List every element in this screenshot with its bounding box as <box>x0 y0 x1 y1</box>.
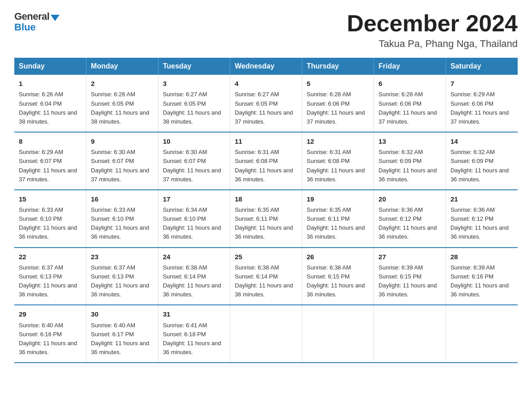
table-row: 18Sunrise: 6:35 AMSunset: 6:11 PMDayligh… <box>230 190 302 248</box>
day-number: 12 <box>307 136 369 146</box>
table-row <box>446 305 518 363</box>
day-number: 25 <box>235 252 297 262</box>
day-number: 14 <box>450 136 513 146</box>
day-number: 27 <box>378 252 441 262</box>
day-info: Sunrise: 6:35 AMSunset: 6:11 PMDaylight:… <box>235 206 297 242</box>
day-info: Sunrise: 6:32 AMSunset: 6:09 PMDaylight:… <box>450 148 513 184</box>
day-number: 18 <box>235 194 297 204</box>
table-row: 2Sunrise: 6:26 AMSunset: 6:05 PMDaylight… <box>86 75 159 132</box>
table-row: 1Sunrise: 6:26 AMSunset: 6:04 PMDaylight… <box>14 75 86 132</box>
logo-blue-text: Blue <box>14 21 36 33</box>
day-number: 11 <box>235 136 297 146</box>
col-tuesday: Tuesday <box>158 58 230 75</box>
day-info: Sunrise: 6:26 AMSunset: 6:04 PMDaylight:… <box>19 90 82 126</box>
table-row: 28Sunrise: 6:39 AMSunset: 6:16 PMDayligh… <box>446 248 518 305</box>
day-number: 29 <box>19 309 82 319</box>
month-year-title: December 2024 <box>347 11 518 36</box>
table-row: 30Sunrise: 6:40 AMSunset: 6:17 PMDayligh… <box>86 305 159 363</box>
table-row: 20Sunrise: 6:36 AMSunset: 6:12 PMDayligh… <box>374 190 446 248</box>
day-number: 23 <box>91 252 154 262</box>
col-sunday: Sunday <box>14 58 86 75</box>
day-info: Sunrise: 6:38 AMSunset: 6:14 PMDaylight:… <box>235 263 297 300</box>
calendar-week-row: 1Sunrise: 6:26 AMSunset: 6:04 PMDaylight… <box>14 75 518 132</box>
logo-general-text: General <box>14 11 49 22</box>
table-row: 13Sunrise: 6:32 AMSunset: 6:09 PMDayligh… <box>374 132 446 190</box>
page-header: General Blue December 2024 Takua Pa, Pha… <box>14 11 518 50</box>
day-number: 9 <box>91 136 154 146</box>
table-row: 5Sunrise: 6:28 AMSunset: 6:06 PMDaylight… <box>302 75 374 132</box>
calendar-week-row: 8Sunrise: 6:29 AMSunset: 6:07 PMDaylight… <box>14 132 518 190</box>
table-row <box>230 305 302 363</box>
table-row: 23Sunrise: 6:37 AMSunset: 6:13 PMDayligh… <box>86 248 159 305</box>
day-number: 4 <box>235 78 297 89</box>
day-number: 2 <box>91 78 154 89</box>
day-info: Sunrise: 6:29 AMSunset: 6:06 PMDaylight:… <box>450 90 513 126</box>
logo: General Blue <box>14 11 60 33</box>
col-friday: Friday <box>374 58 446 75</box>
title-section: December 2024 Takua Pa, Phang Nga, Thail… <box>347 11 518 50</box>
table-row: 19Sunrise: 6:35 AMSunset: 6:11 PMDayligh… <box>302 190 374 248</box>
day-info: Sunrise: 6:38 AMSunset: 6:15 PMDaylight:… <box>307 263 369 300</box>
day-info: Sunrise: 6:27 AMSunset: 6:05 PMDaylight:… <box>163 90 226 126</box>
table-row: 4Sunrise: 6:27 AMSunset: 6:05 PMDaylight… <box>230 75 302 132</box>
day-info: Sunrise: 6:39 AMSunset: 6:16 PMDaylight:… <box>450 263 513 300</box>
col-thursday: Thursday <box>302 58 374 75</box>
day-number: 13 <box>378 136 441 146</box>
day-number: 30 <box>91 309 154 319</box>
day-info: Sunrise: 6:38 AMSunset: 6:14 PMDaylight:… <box>163 263 226 300</box>
calendar-week-row: 22Sunrise: 6:37 AMSunset: 6:13 PMDayligh… <box>14 248 518 305</box>
table-row: 8Sunrise: 6:29 AMSunset: 6:07 PMDaylight… <box>14 132 86 190</box>
table-row: 3Sunrise: 6:27 AMSunset: 6:05 PMDaylight… <box>158 75 230 132</box>
calendar-header-row: Sunday Monday Tuesday Wednesday Thursday… <box>14 58 518 75</box>
day-number: 8 <box>19 136 82 146</box>
day-number: 16 <box>91 194 154 204</box>
day-info: Sunrise: 6:26 AMSunset: 6:05 PMDaylight:… <box>91 90 154 126</box>
day-number: 24 <box>163 252 226 262</box>
day-info: Sunrise: 6:40 AMSunset: 6:16 PMDaylight:… <box>19 321 82 357</box>
day-info: Sunrise: 6:33 AMSunset: 6:10 PMDaylight:… <box>19 206 82 242</box>
day-info: Sunrise: 6:36 AMSunset: 6:12 PMDaylight:… <box>378 206 441 242</box>
day-info: Sunrise: 6:30 AMSunset: 6:07 PMDaylight:… <box>163 148 226 184</box>
day-info: Sunrise: 6:34 AMSunset: 6:10 PMDaylight:… <box>163 206 226 242</box>
day-number: 1 <box>19 78 82 89</box>
day-number: 10 <box>163 136 226 146</box>
table-row: 9Sunrise: 6:30 AMSunset: 6:07 PMDaylight… <box>86 132 159 190</box>
day-info: Sunrise: 6:33 AMSunset: 6:10 PMDaylight:… <box>91 206 154 242</box>
table-row: 22Sunrise: 6:37 AMSunset: 6:13 PMDayligh… <box>14 248 86 305</box>
table-row: 26Sunrise: 6:38 AMSunset: 6:15 PMDayligh… <box>302 248 374 305</box>
table-row <box>302 305 374 363</box>
day-number: 17 <box>163 194 226 204</box>
table-row: 21Sunrise: 6:36 AMSunset: 6:12 PMDayligh… <box>446 190 518 248</box>
day-info: Sunrise: 6:35 AMSunset: 6:11 PMDaylight:… <box>307 206 369 242</box>
day-info: Sunrise: 6:29 AMSunset: 6:07 PMDaylight:… <box>19 148 82 184</box>
table-row: 17Sunrise: 6:34 AMSunset: 6:10 PMDayligh… <box>158 190 230 248</box>
logo-arrow-icon <box>51 15 60 21</box>
location-subtitle: Takua Pa, Phang Nga, Thailand <box>347 38 518 50</box>
day-info: Sunrise: 6:36 AMSunset: 6:12 PMDaylight:… <box>450 206 513 242</box>
day-info: Sunrise: 6:31 AMSunset: 6:08 PMDaylight:… <box>307 148 369 184</box>
day-info: Sunrise: 6:40 AMSunset: 6:17 PMDaylight:… <box>91 321 154 357</box>
day-info: Sunrise: 6:27 AMSunset: 6:05 PMDaylight:… <box>235 90 297 126</box>
day-number: 6 <box>378 78 441 89</box>
table-row: 29Sunrise: 6:40 AMSunset: 6:16 PMDayligh… <box>14 305 86 363</box>
day-info: Sunrise: 6:28 AMSunset: 6:06 PMDaylight:… <box>307 90 369 126</box>
day-number: 20 <box>378 194 441 204</box>
table-row <box>374 305 446 363</box>
day-number: 7 <box>450 78 513 89</box>
col-monday: Monday <box>86 58 159 75</box>
table-row: 14Sunrise: 6:32 AMSunset: 6:09 PMDayligh… <box>446 132 518 190</box>
table-row: 25Sunrise: 6:38 AMSunset: 6:14 PMDayligh… <box>230 248 302 305</box>
table-row: 12Sunrise: 6:31 AMSunset: 6:08 PMDayligh… <box>302 132 374 190</box>
table-row: 24Sunrise: 6:38 AMSunset: 6:14 PMDayligh… <box>158 248 230 305</box>
day-number: 5 <box>307 78 369 89</box>
table-row: 31Sunrise: 6:41 AMSunset: 6:18 PMDayligh… <box>158 305 230 363</box>
table-row: 11Sunrise: 6:31 AMSunset: 6:08 PMDayligh… <box>230 132 302 190</box>
col-saturday: Saturday <box>446 58 518 75</box>
table-row: 10Sunrise: 6:30 AMSunset: 6:07 PMDayligh… <box>158 132 230 190</box>
day-number: 15 <box>19 194 82 204</box>
table-row: 7Sunrise: 6:29 AMSunset: 6:06 PMDaylight… <box>446 75 518 132</box>
calendar-week-row: 29Sunrise: 6:40 AMSunset: 6:16 PMDayligh… <box>14 305 518 363</box>
table-row: 15Sunrise: 6:33 AMSunset: 6:10 PMDayligh… <box>14 190 86 248</box>
day-number: 22 <box>19 252 82 262</box>
day-number: 31 <box>163 309 226 319</box>
